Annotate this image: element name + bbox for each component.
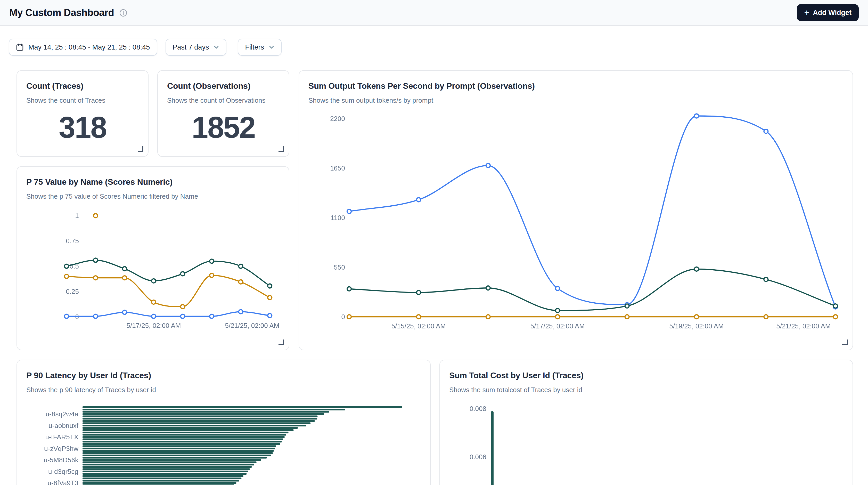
svg-text:5/17/25, 02:00 AM: 5/17/25, 02:00 AM (530, 322, 585, 330)
total-cost-bar-chart[interactable]: 0.0080.006 (440, 360, 854, 485)
resize-handle-icon[interactable] (279, 339, 284, 345)
widget-subtitle: Shows the count of Traces (26, 96, 139, 105)
widget-p75-scores: P 75 Value by Name (Scores Numeric) Show… (17, 166, 289, 350)
widget-subtitle: Shows the count of Observations (167, 96, 280, 105)
svg-text:0.75: 0.75 (66, 237, 79, 245)
svg-text:u-d3qr5cg: u-d3qr5cg (48, 468, 79, 476)
time-preset-label: Past 7 days (173, 43, 209, 51)
add-widget-label: Add Widget (813, 9, 851, 17)
svg-text:u-tFAR5TX: u-tFAR5TX (45, 433, 79, 441)
filter-toolbar: May 14, 25 : 08:45 - May 21, 25 : 08:45 … (9, 39, 282, 56)
widget-count-traces: Count (Traces) Shows the count of Traces… (17, 70, 149, 157)
widget-title: Count (Observations) (167, 81, 280, 91)
page-header: My Custom Dashboard + Add Widget (0, 0, 868, 26)
svg-text:u-8sq2w4a: u-8sq2w4a (45, 410, 79, 418)
svg-text:0.006: 0.006 (470, 453, 486, 461)
svg-text:u-zVqP3hw: u-zVqP3hw (44, 445, 79, 453)
chevron-down-icon (214, 44, 219, 50)
svg-text:u-8fVa9T3: u-8fVa9T3 (48, 479, 79, 485)
page-title: My Custom Dashboard (9, 7, 114, 18)
svg-text:0.008: 0.008 (470, 405, 486, 413)
chevron-down-icon (269, 44, 274, 50)
svg-text:5/15/25, 02:00 AM: 5/15/25, 02:00 AM (392, 322, 446, 330)
calendar-icon (16, 43, 24, 51)
date-range-label: May 14, 25 : 08:45 - May 21, 25 : 08:45 (28, 43, 150, 51)
svg-text:1100: 1100 (331, 214, 345, 222)
count-observations-value: 1852 (192, 110, 255, 145)
count-traces-value: 318 (59, 110, 106, 145)
time-preset-select[interactable]: Past 7 days (165, 39, 226, 56)
info-icon[interactable] (119, 8, 127, 17)
svg-text:u-5M8D56k: u-5M8D56k (44, 456, 79, 464)
resize-handle-icon[interactable] (279, 146, 284, 152)
svg-text:550: 550 (334, 263, 345, 271)
widget-title: Count (Traces) (26, 81, 139, 91)
svg-text:0: 0 (341, 313, 345, 321)
dashboard-page: My Custom Dashboard + Add Widget May 14,… (0, 0, 868, 485)
tokens-by-prompt-line-chart[interactable]: 05501100165022005/15/25, 02:00 AM5/17/25… (299, 71, 854, 351)
add-widget-button[interactable]: + Add Widget (797, 4, 859, 21)
filters-button[interactable]: Filters (238, 39, 282, 56)
date-range-picker[interactable]: May 14, 25 : 08:45 - May 21, 25 : 08:45 (9, 39, 157, 56)
svg-text:u-aobnuxf: u-aobnuxf (49, 422, 79, 429)
widget-total-cost: Sum Total Cost by User Id (Traces) Shows… (439, 360, 853, 485)
svg-text:1650: 1650 (330, 164, 345, 172)
svg-text:2200: 2200 (330, 115, 345, 123)
svg-text:5/17/25, 02:00 AM: 5/17/25, 02:00 AM (126, 322, 181, 329)
widget-p90-latency: P 90 Latency by User Id (Traces) Shows t… (17, 360, 431, 485)
svg-text:0.25: 0.25 (66, 287, 79, 295)
svg-text:5/21/25, 02:00 AM: 5/21/25, 02:00 AM (225, 322, 279, 329)
plus-icon: + (804, 8, 809, 17)
svg-text:5/21/25, 02:00 AM: 5/21/25, 02:00 AM (776, 322, 831, 330)
p75-scores-line-chart[interactable]: 00.250.50.7515/17/25, 02:00 AM5/21/25, 0… (17, 166, 290, 351)
resize-handle-icon[interactable] (842, 339, 848, 345)
resize-handle-icon[interactable] (138, 146, 144, 152)
svg-text:5/19/25, 02:00 AM: 5/19/25, 02:00 AM (669, 322, 723, 330)
p90-latency-bar-chart[interactable]: u-8sq2w4au-aobnuxfu-tFAR5TXu-zVqP3hwu-5M… (17, 360, 431, 485)
widget-tokens-by-prompt: Sum Output Tokens Per Second by Prompt (… (299, 70, 853, 350)
widget-count-observations: Count (Observations) Shows the count of … (157, 70, 289, 157)
filters-label: Filters (245, 43, 264, 51)
svg-text:1: 1 (75, 212, 79, 219)
